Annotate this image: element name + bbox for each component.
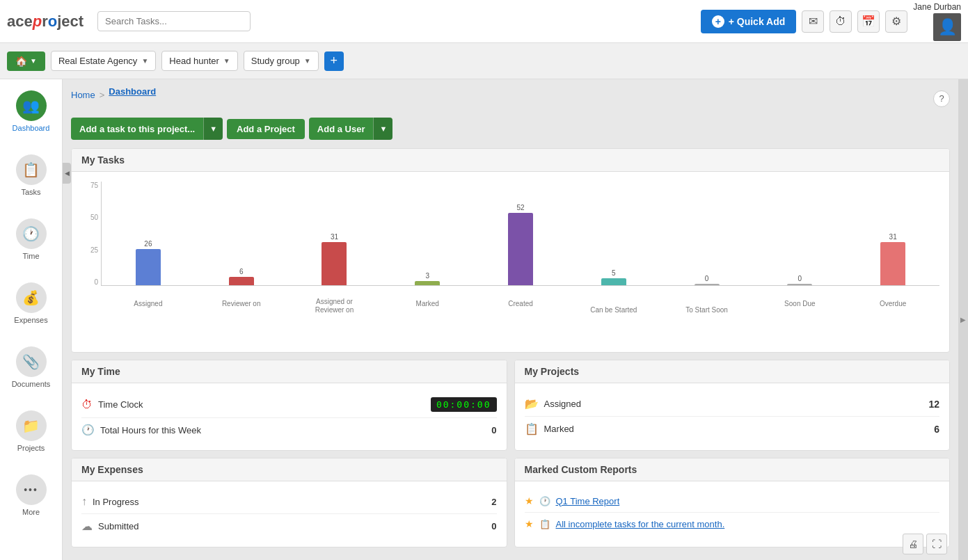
sidebar-label-documents: Documents <box>12 380 51 388</box>
add-tab-button[interactable]: + <box>324 51 344 71</box>
breadcrumb-separator: > <box>100 90 105 100</box>
project-tab-head-hunter-label: Head hunter <box>169 56 219 66</box>
report-incomplete-label[interactable]: All incomplete tasks for the current mon… <box>556 519 725 529</box>
bar-marked-label: Marked <box>405 300 450 307</box>
chart-bars-container: 26 Assigned 6 Reviewer on <box>101 182 939 286</box>
tasks-icon-incomplete: 📋 <box>539 519 550 529</box>
total-hours-value: 0 <box>491 425 496 435</box>
bar-created-label: Created <box>498 300 543 307</box>
my-projects-title: My Projects <box>525 366 580 377</box>
expenses-submitted-label: Submitted <box>98 521 139 531</box>
report-q1-label[interactable]: Q1 Time Report <box>556 496 620 506</box>
clock-icon[interactable]: ⏱ <box>830 10 852 33</box>
projects-assigned-row: 📂 Assigned 12 <box>525 392 940 417</box>
my-time-title: My Time <box>81 366 120 377</box>
bar-created-rect <box>508 213 533 285</box>
my-expenses-title: My Expenses <box>81 464 143 475</box>
expand-icon[interactable]: ⛶ <box>926 534 947 554</box>
search-input[interactable] <box>97 11 251 31</box>
calendar-icon[interactable]: 📅 <box>857 10 880 33</box>
expenses-submitted-left: ☁ Submitted <box>81 520 139 533</box>
total-hours-left: 🕐 Total Hours for this Week <box>81 424 201 436</box>
chart-area: 0 25 50 75 <box>72 172 949 321</box>
project-tab-study-group[interactable]: Study group ▼ <box>244 51 319 71</box>
content-area: ◀ Home > Dashboard ? Add a task to this … <box>63 79 958 560</box>
y-label-50: 50 <box>81 214 98 221</box>
dashboard-icon: 👥 <box>16 90 47 121</box>
expenses-submitted-icon: ☁ <box>81 520 93 533</box>
collapse-left-button[interactable]: ◀ <box>63 163 71 184</box>
bar-assigned: 26 Assigned <box>102 240 195 285</box>
bar-to-start-soon: 0 To Start Soon <box>660 275 754 285</box>
projects-assigned-left: 📂 Assigned <box>525 397 581 410</box>
my-time-header: My Time <box>72 360 507 383</box>
bar-marked-value: 3 <box>425 272 429 280</box>
sidebar-item-tasks[interactable]: 📋 Tasks <box>0 143 62 207</box>
bar-overdue-rect <box>880 242 905 285</box>
my-tasks-chart: 0 25 50 75 <box>72 172 949 352</box>
add-user-caret-icon[interactable]: ▼ <box>373 118 392 140</box>
bar-can-be-started-label: Can be Started <box>589 306 639 314</box>
bar-reviewer-rect <box>229 277 254 285</box>
add-user-split-button[interactable]: Add a User ▼ <box>309 118 393 140</box>
sidebar-item-dashboard[interactable]: 👥 Dashboard <box>0 79 62 143</box>
marked-reports-header: Marked Custom Reports <box>515 458 950 481</box>
project-tab-head-hunter[interactable]: Head hunter ▼ <box>161 51 237 71</box>
marked-reports-body: ★ 🕐 Q1 Time Report ★ 📋 All incomplete ta… <box>515 481 950 543</box>
sidebar-label-dashboard: Dashboard <box>13 124 50 132</box>
report-row-q1: ★ 🕐 Q1 Time Report <box>525 490 940 513</box>
time-projects-row: My Time ⏱ Time Clock 00:00:00 🕐 <box>71 360 950 451</box>
sidebar-item-expenses[interactable]: 💰 Expenses <box>0 271 62 335</box>
bar-assigned-reviewer: 31 Assigned or Reviewer on <box>288 233 381 285</box>
print-icon[interactable]: 🖨 <box>903 534 923 554</box>
user-avatar[interactable]: 👤 <box>933 13 961 41</box>
head-hunter-chevron-icon: ▼ <box>223 57 230 65</box>
bar-created: 52 Created <box>474 204 567 285</box>
expenses-reports-row: My Expenses ↑ In Progress 2 ☁ <box>71 458 950 547</box>
bar-assigned-rect <box>136 249 161 285</box>
expenses-icon: 💰 <box>16 282 47 313</box>
bar-soon-due-rect <box>787 284 812 285</box>
time-clock-icon: ⏱ <box>81 399 93 411</box>
expenses-in-progress-left: ↑ In Progress <box>81 495 138 508</box>
help-icon[interactable]: ? <box>933 90 950 107</box>
bar-can-be-started-value: 5 <box>612 269 616 277</box>
home-chevron-icon: ▼ <box>30 57 37 65</box>
sidebar-item-time[interactable]: 🕐 Time <box>0 207 62 271</box>
bar-to-start-soon-value: 0 <box>705 275 709 282</box>
total-hours-icon: 🕐 <box>81 424 95 436</box>
add-task-button[interactable]: Add a task to this project... <box>71 118 203 140</box>
home-button[interactable]: 🏠 ▼ <box>7 51 45 71</box>
marked-reports-card: Marked Custom Reports ★ 🕐 Q1 Time Report… <box>514 458 951 547</box>
bar-marked: 3 Marked <box>381 272 474 285</box>
more-icon: ••• <box>16 474 47 505</box>
add-task-split-button[interactable]: Add a task to this project... ▼ <box>71 118 223 140</box>
quick-add-button[interactable]: + + Quick Add <box>701 10 797 33</box>
sidebar-item-more[interactable]: ••• More <box>0 463 62 527</box>
my-projects-body: 📂 Assigned 12 📋 Marked 6 <box>515 383 950 449</box>
clock-icon-q1: 🕐 <box>539 496 550 506</box>
project-tab-real-estate[interactable]: Real Estate Agency ▼ <box>51 51 156 71</box>
sidebar-item-projects[interactable]: 📁 Projects <box>0 399 62 463</box>
projects-marked-left: 📋 Marked <box>525 422 574 435</box>
bar-to-start-soon-label: To Start Soon <box>682 306 732 314</box>
plus-circle-icon: + <box>712 15 724 28</box>
projects-marked-row: 📋 Marked 6 <box>525 417 940 441</box>
time-clock-row: ⏱ Time Clock 00:00:00 <box>81 392 497 418</box>
my-expenses-card: My Expenses ↑ In Progress 2 ☁ <box>71 458 507 547</box>
logo[interactable]: aceproject <box>7 13 84 31</box>
sidebar-item-documents[interactable]: 📎 Documents <box>0 335 62 399</box>
bar-assigned-label: Assigned <box>126 300 170 307</box>
projects-assigned-label: Assigned <box>544 399 581 409</box>
my-projects-header: My Projects <box>515 360 950 383</box>
add-task-caret-icon[interactable]: ▼ <box>203 118 223 140</box>
add-project-button[interactable]: Add a Project <box>227 119 305 139</box>
add-user-button[interactable]: Add a User <box>309 118 374 140</box>
breadcrumb-home[interactable]: Home <box>71 90 95 100</box>
collapse-right-button[interactable]: ▶ <box>958 79 968 560</box>
bar-created-value: 52 <box>516 204 524 211</box>
envelope-icon[interactable]: ✉ <box>802 10 824 33</box>
gear-icon[interactable]: ⚙ <box>885 10 907 33</box>
bar-reviewer-label: Reviewer on <box>219 300 264 307</box>
study-group-chevron-icon: ▼ <box>304 57 311 65</box>
